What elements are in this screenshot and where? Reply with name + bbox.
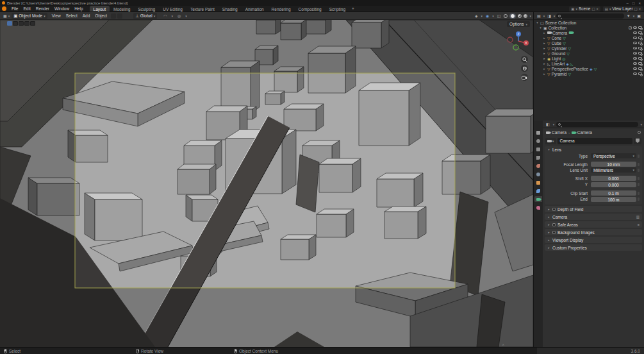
animate-dot[interactable] (638, 163, 640, 166)
tab-shading[interactable]: Shading (219, 6, 242, 12)
camera-type-dropdown[interactable]: Perspective▾ (591, 153, 636, 158)
animate-dot[interactable] (638, 183, 640, 186)
collection-checkbox-icon[interactable]: ✓ (629, 26, 632, 30)
outliner-row-perspectivepractice[interactable]: ▸▽ PerspectivePractice ◈ ▽ (534, 66, 644, 71)
tab-object-icon[interactable] (534, 180, 542, 185)
shading-material-icon[interactable] (518, 14, 522, 18)
tab-uv-editing[interactable]: UV Editing (159, 6, 186, 12)
tab-modeling[interactable]: Modeling (110, 6, 134, 12)
tab-view-layer-icon[interactable] (534, 155, 542, 160)
breadcrumb-data[interactable]: Camera (577, 130, 592, 135)
outliner-row-scene-collection[interactable]: ▾▢ Scene Collection (534, 20, 644, 25)
adjust-last-operation-button[interactable] (111, 13, 116, 19)
viewport-display-panel[interactable]: ▸ Viewport Display (545, 237, 642, 243)
checkbox-icon[interactable] (552, 231, 556, 234)
editor-corner-handle[interactable]: ˄ (502, 343, 504, 347)
outliner-search-input[interactable] (556, 13, 623, 19)
menu-select[interactable]: Select (63, 13, 80, 18)
hide-eye-icon[interactable] (633, 72, 637, 75)
outliner-row-pyramid[interactable]: ▸▽ Pyramid ▽ (534, 71, 644, 76)
lens-unit-dropdown[interactable]: Millimeters▾ (591, 167, 636, 173)
tab-world-icon[interactable] (534, 171, 542, 177)
close-button[interactable]: × (638, 1, 641, 5)
tab-texture-paint[interactable]: Texture Paint (186, 6, 219, 12)
animate-dot[interactable] (638, 192, 640, 195)
outliner-row-camera[interactable]: ▸ Camera (534, 30, 644, 35)
xray-toggle-icon[interactable]: ◫ (496, 13, 502, 18)
tab-layout[interactable]: Layout (90, 6, 110, 12)
hide-eye-icon[interactable] (633, 62, 637, 65)
minimize-button[interactable]: – (627, 1, 629, 5)
outliner-row-ground[interactable]: ▸▽ Ground ▽ (534, 51, 644, 56)
new-scene-icon[interactable]: ▢ (591, 7, 595, 11)
overlays-icon[interactable]: ◉ (484, 13, 490, 18)
browse-camera-data-button[interactable]: ▾ (545, 138, 556, 144)
render-visibility-icon[interactable] (638, 31, 642, 34)
background-images-panel[interactable]: ▸ Background Images (545, 229, 642, 235)
pan-hand-button[interactable] (521, 65, 528, 72)
shading-wireframe-icon[interactable] (504, 14, 508, 18)
filter-icon[interactable]: ▼ (625, 14, 632, 18)
editor-type-icon[interactable]: ▦ (2, 13, 8, 18)
remove-view-layer-icon[interactable]: × (639, 7, 641, 11)
snap-magnet-icon[interactable]: ◠ (162, 13, 168, 18)
hide-eye-icon[interactable] (633, 67, 637, 70)
outliner-row-cube[interactable]: ▸▽ Cube ▽ (534, 40, 644, 46)
new-view-layer-icon[interactable]: ▢ (634, 7, 638, 11)
cursor-tool-button[interactable] (13, 21, 18, 26)
menu-add[interactable]: Add (80, 13, 93, 18)
viewport-canvas[interactable]: Options ▾ Z X (0, 20, 533, 347)
new-collection-icon[interactable]: ▣ (636, 13, 642, 18)
tab-sculpting[interactable]: Sculpting (134, 6, 159, 12)
camera-view-button[interactable] (521, 74, 528, 81)
scale-tool-button[interactable] (30, 21, 35, 26)
options-dropdown[interactable]: Options ▾ (507, 21, 530, 27)
outliner-row-collection[interactable]: ▾▣ Collection ✓ (534, 25, 644, 30)
unlink-scene-icon[interactable]: × (597, 7, 599, 11)
mode-dropdown[interactable]: ▣ Object Mode ▾ (12, 13, 47, 19)
render-visibility-icon[interactable] (638, 72, 642, 75)
lens-panel-header[interactable]: ▾ Lens (545, 146, 642, 153)
custom-properties-panel[interactable]: ▸ Custom Properties (545, 244, 642, 251)
breadcrumb-object[interactable]: Camera (552, 130, 566, 135)
menu-view[interactable]: View (49, 13, 63, 18)
hide-eye-icon[interactable] (633, 37, 637, 39)
add-workspace-button[interactable]: + (349, 6, 357, 12)
checkbox-icon[interactable] (552, 208, 556, 211)
animate-dot[interactable] (638, 177, 640, 180)
shift-y-field[interactable]: 0.000 (591, 182, 636, 187)
scene-selector[interactable]: ▣▾ Scene ▢ × (569, 6, 600, 12)
transform-orientation-dropdown[interactable]: ⊥ Global ▾ (133, 13, 157, 19)
render-visibility-icon[interactable] (638, 37, 642, 39)
checkbox-icon[interactable] (552, 223, 556, 226)
tab-scene-icon[interactable] (534, 163, 542, 169)
tab-rendering[interactable]: Rendering (268, 6, 295, 12)
properties-search-input[interactable] (556, 122, 638, 127)
navigation-gizmo[interactable]: Z X (507, 30, 530, 54)
hide-eye-icon[interactable] (633, 47, 637, 49)
render-visibility-icon[interactable] (638, 26, 642, 29)
tab-render-icon[interactable] (534, 138, 542, 144)
tab-output-icon[interactable] (534, 146, 542, 152)
menu-edit[interactable]: Edit (21, 6, 33, 11)
tab-object-data-icon[interactable] (534, 196, 542, 202)
clip-end-field[interactable]: 100 m (591, 197, 636, 202)
proportional-editing-icon[interactable]: ◎ (176, 13, 182, 18)
menu-render[interactable]: Render (33, 6, 52, 11)
zoom-button[interactable] (521, 56, 528, 63)
outliner-row-lineart[interactable]: ▸◺ LineArt ◈ ◺ (534, 61, 644, 66)
hide-eye-icon[interactable] (633, 52, 637, 55)
animate-dot[interactable] (638, 198, 640, 201)
shading-solid-active[interactable] (509, 13, 516, 19)
menu-file[interactable]: File (9, 6, 21, 11)
view-layer-selector[interactable]: ▤▾ View Layer ▢ × (603, 6, 643, 12)
camera-panel[interactable]: ▸ Camera ▥ (545, 214, 642, 220)
menu-object[interactable]: Object (92, 13, 110, 18)
depth-of-field-panel[interactable]: ▸ Depth of Field (545, 206, 642, 212)
hide-eye-icon[interactable] (633, 57, 637, 60)
menu-help[interactable]: Help (72, 6, 85, 11)
animate-dot[interactable] (638, 169, 640, 172)
outliner-row-cone[interactable]: ▸▽ Cone ▽ (534, 35, 644, 40)
list-icon[interactable]: ≡ (638, 223, 640, 226)
safe-areas-panel[interactable]: ▸ Safe Areas ≡ (545, 221, 642, 228)
